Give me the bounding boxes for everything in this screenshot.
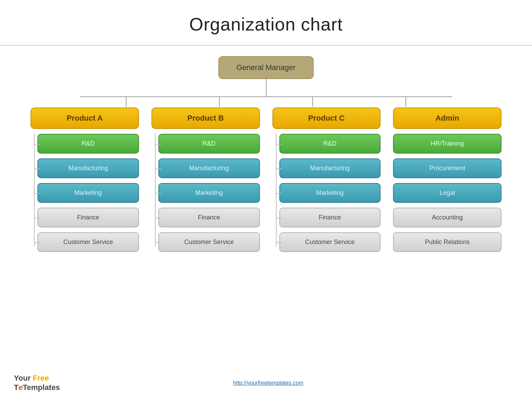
column-product-b: Product BR&DManufacturingMarketingFinanc… [145, 107, 266, 257]
item-box: Finance [37, 208, 139, 227]
items-product-b: R&DManufacturingMarketingFinanceCustomer… [151, 134, 260, 257]
item-row: Finance [30, 208, 139, 227]
header-product-a: Product A [30, 107, 139, 129]
item-row: Procurement [393, 158, 502, 178]
item-box: Legal [393, 183, 502, 203]
items-product-c: R&DManufacturingMarketingFinanceCustomer… [272, 134, 381, 257]
item-row: R&D [151, 134, 260, 154]
item-row: Manufacturing [30, 158, 139, 178]
column-admin: AdminHR/TrainingProcurementLegalAccounti… [387, 107, 508, 257]
footer-link-container: http://yourfreetemplates.com [60, 380, 477, 386]
item-box: Public Relations [393, 232, 502, 252]
gm-connector [21, 79, 511, 96]
item-box: R&D [37, 134, 139, 154]
chart-area: General Manager Product AR&DManufacturin… [0, 56, 532, 257]
item-row: Finance [272, 208, 381, 227]
item-box: Marketing [158, 183, 260, 203]
item-row: Manufacturing [272, 158, 381, 178]
item-box: Finance [158, 208, 260, 227]
page-container: Organization chart General Manager Produ… [0, 0, 532, 399]
logo-free: Free [33, 374, 49, 382]
item-box: Manufacturing [279, 158, 381, 178]
item-row: R&D [272, 134, 381, 154]
item-row: HR/Training [393, 134, 502, 154]
item-box: Manufacturing [158, 158, 260, 178]
item-box: Procurement [393, 158, 502, 178]
column-product-c: Product CR&DManufacturingMarketingFinanc… [266, 107, 387, 257]
logo-your: Your [14, 374, 33, 382]
item-row: Customer Service [272, 232, 381, 252]
logo-mplates: Templates [23, 383, 60, 392]
h-bar [80, 96, 452, 97]
items-admin: HR/TrainingProcurementLegalAccountingPub… [393, 134, 502, 257]
item-box: R&D [158, 134, 260, 154]
item-box: Manufacturing [37, 158, 139, 178]
logo-t: T [14, 383, 18, 392]
item-box: Customer Service [37, 232, 139, 252]
item-row: Customer Service [30, 232, 139, 252]
columns-area: Product AR&DManufacturingMarketingFinanc… [21, 107, 511, 257]
item-row: Legal [393, 183, 502, 203]
h-bar-spacer [21, 97, 511, 107]
item-box: Marketing [279, 183, 381, 203]
item-row: Marketing [272, 183, 381, 203]
logo-em: e [18, 383, 23, 392]
item-row: Accounting [393, 208, 502, 227]
gm-row: General Manager [21, 56, 511, 79]
header-product-b: Product B [151, 107, 260, 129]
item-box: Marketing [37, 183, 139, 203]
footer: Your Free TeTemplates http://yourfreetem… [0, 374, 532, 392]
column-product-a: Product AR&DManufacturingMarketingFinanc… [24, 107, 145, 257]
gm-box: General Manager [218, 56, 314, 79]
item-box: R&D [279, 134, 381, 154]
item-row: Customer Service [151, 232, 260, 252]
item-row: Marketing [151, 183, 260, 203]
item-row: Manufacturing [151, 158, 260, 178]
page-title: Organization chart [0, 0, 532, 45]
header-product-c: Product C [272, 107, 381, 129]
header-admin: Admin [393, 107, 502, 129]
item-box: Finance [279, 208, 381, 227]
item-row: Marketing [30, 183, 139, 203]
item-row: Finance [151, 208, 260, 227]
footer-logo: Your Free TeTemplates [14, 374, 60, 392]
item-row: R&D [30, 134, 139, 154]
items-product-a: R&DManufacturingMarketingFinanceCustomer… [30, 134, 139, 257]
item-row: Public Relations [393, 232, 502, 252]
item-box: Customer Service [279, 232, 381, 252]
item-box: Customer Service [158, 232, 260, 252]
divider [0, 45, 532, 46]
item-box: Accounting [393, 208, 502, 227]
footer-link[interactable]: http://yourfreetemplates.com [233, 380, 304, 386]
item-box: HR/Training [393, 134, 502, 154]
